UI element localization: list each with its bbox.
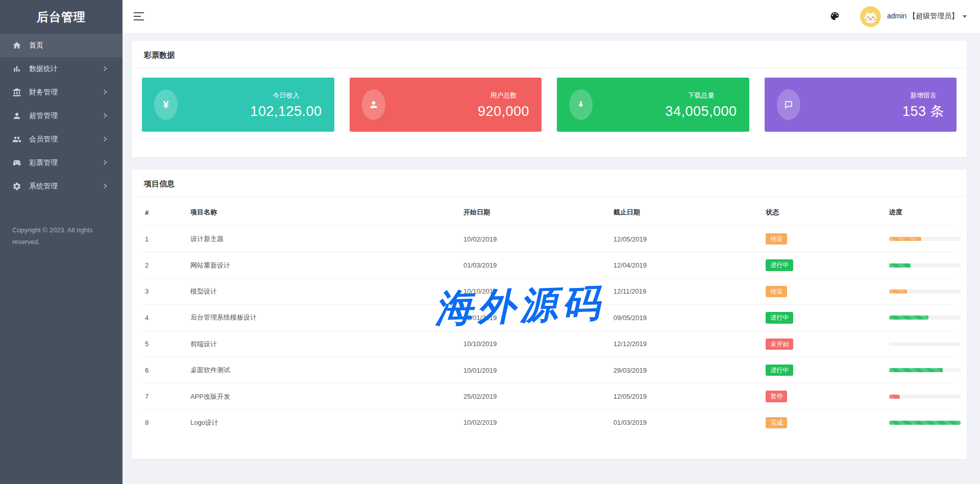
user-avatar[interactable] xyxy=(860,6,881,27)
stat-value: 153 条 xyxy=(902,105,944,118)
project-name: 前端设计 xyxy=(189,331,462,357)
user-icon xyxy=(12,111,21,120)
app-title: 后台管理 xyxy=(0,0,122,34)
status-badge: 未开始 xyxy=(766,338,793,350)
col-header-start: 开始日期 xyxy=(462,197,612,226)
end-date: 12/04/2019 xyxy=(612,252,765,278)
row-index: 5 xyxy=(144,331,189,357)
section-title-project-info: 项目信息 xyxy=(132,170,967,197)
table-row: 7 APP改版开发 25/02/2019 12/05/2019 暂停 xyxy=(144,383,954,409)
progress-bar xyxy=(889,342,961,346)
sidebar-item-statistics[interactable]: 数据统计 xyxy=(0,57,122,81)
menu-toggle-button[interactable] xyxy=(134,12,145,20)
sidebar-item-home[interactable]: 首页 xyxy=(0,34,122,57)
sidebar-item-lottery[interactable]: 彩票管理 xyxy=(0,151,122,175)
stat-label: 下载总量 xyxy=(665,91,737,100)
col-header-end: 截止日期 xyxy=(612,197,765,226)
project-name: 桌面软件测试 xyxy=(189,357,462,383)
project-info-panel: 项目信息 # 项目名称 开始日期 截止日期 状态 进度 xyxy=(132,170,967,459)
sidebar-item-label: 首页 xyxy=(29,41,43,50)
end-date: 12/05/2019 xyxy=(612,226,765,252)
project-name: 模型设计 xyxy=(189,278,462,304)
users-icon xyxy=(12,135,21,144)
table-row: 1 设计新主题 10/02/2019 12/05/2019 待定 xyxy=(144,226,954,252)
sidebar-item-label: 彩票管理 xyxy=(29,158,58,167)
table-row: 5 前端设计 10/10/2019 12/12/2019 未开始 xyxy=(144,331,954,357)
end-date: 01/03/2019 xyxy=(612,409,765,435)
table-row: 4 后台管理系统模板设计 25/01/2019 09/05/2019 进行中 xyxy=(144,305,954,331)
table-row: 2 网站重新设计 01/03/2019 12/04/2019 进行中 xyxy=(144,252,954,278)
chevron-right-icon xyxy=(102,136,107,141)
end-date: 09/05/2019 xyxy=(612,305,765,331)
progress-bar xyxy=(889,237,961,241)
row-index: 6 xyxy=(144,357,189,383)
stat-cards: ¥ 今日收入 102,125.00 用户总数 920,000 xyxy=(132,68,967,157)
sidebar-item-label: 财务管理 xyxy=(29,88,58,97)
copyright-text: Copyright © 2023. All rights reserved. xyxy=(0,225,102,248)
sidebar-item-system[interactable]: 系统管理 xyxy=(0,175,122,198)
table-header-row: # 项目名称 开始日期 截止日期 状态 进度 xyxy=(144,197,954,226)
stat-label: 今日收入 xyxy=(250,91,322,100)
end-date: 12/05/2019 xyxy=(612,383,765,409)
col-header-status: 状态 xyxy=(765,197,888,226)
project-name: 设计新主题 xyxy=(189,226,462,252)
stat-card-downloads: 下载总量 34,005,000 xyxy=(557,78,749,132)
col-header-progress: 进度 xyxy=(888,197,954,226)
status-badge: 待定 xyxy=(766,233,787,245)
bank-icon xyxy=(12,88,21,97)
sidebar: 后台管理 首页 数据统计 财务管理 超管管理 xyxy=(0,0,122,484)
yen-icon: ¥ xyxy=(154,89,178,120)
progress-bar xyxy=(889,421,961,425)
chevron-right-icon xyxy=(102,183,107,188)
chevron-right-icon xyxy=(102,113,107,118)
stat-label: 新增留言 xyxy=(902,91,944,100)
status-badge: 进行中 xyxy=(766,259,793,271)
progress-bar xyxy=(889,263,961,268)
start-date: 25/01/2019 xyxy=(462,305,612,331)
main-area: admin 【超级管理员】 彩票数据 ¥ 今日收入 102,125.00 xyxy=(122,0,980,484)
stat-card-users: 用户总数 920,000 xyxy=(350,78,542,132)
sidebar-item-superadmin[interactable]: 超管管理 xyxy=(0,104,122,128)
row-index: 3 xyxy=(144,278,189,304)
stat-label: 用户总数 xyxy=(478,91,529,100)
sidebar-item-label: 系统管理 xyxy=(29,182,58,191)
user-dropdown[interactable]: admin 【超级管理员】 xyxy=(887,12,967,21)
top-header: admin 【超级管理员】 xyxy=(122,0,980,33)
gamepad-icon xyxy=(12,158,21,167)
start-date: 10/02/2019 xyxy=(462,226,612,252)
project-name: Logo设计 xyxy=(189,409,462,435)
row-index: 8 xyxy=(144,409,189,435)
progress-bar xyxy=(889,395,961,399)
start-date: 25/02/2019 xyxy=(462,383,612,409)
status-badge: 完成 xyxy=(766,417,787,428)
col-header-name: 项目名称 xyxy=(189,197,462,226)
start-date: 10/01/2019 xyxy=(462,357,612,383)
table-row: 6 桌面软件测试 10/01/2019 29/03/2019 进行中 xyxy=(144,357,954,383)
table-row: 8 Logo设计 10/02/2019 01/03/2019 完成 xyxy=(144,409,954,435)
status-badge: 进行中 xyxy=(766,312,793,323)
theme-palette-icon[interactable] xyxy=(829,11,841,22)
user-icon xyxy=(362,89,385,120)
stat-value: 920,000 xyxy=(478,105,529,118)
progress-bar xyxy=(889,289,961,294)
projects-table: # 项目名称 开始日期 截止日期 状态 进度 1 设计新主题 10/02/201 xyxy=(144,197,954,435)
row-index: 4 xyxy=(144,305,189,331)
row-index: 2 xyxy=(144,252,189,278)
content-area: 彩票数据 ¥ 今日收入 102,125.00 用户总数 920,000 xyxy=(122,33,980,484)
end-date: 29/03/2019 xyxy=(612,357,765,383)
sidebar-nav: 首页 数据统计 财务管理 超管管理 会员管理 xyxy=(0,34,122,198)
row-index: 1 xyxy=(144,226,189,252)
status-badge: 待定 xyxy=(766,286,787,297)
project-name: APP改版开发 xyxy=(189,383,462,409)
stat-card-messages: 新增留言 153 条 xyxy=(765,78,957,132)
stat-value: 102,125.00 xyxy=(250,105,322,118)
section-title-lottery-data: 彩票数据 xyxy=(132,41,967,68)
comment-icon xyxy=(777,89,800,120)
lottery-data-panel: 彩票数据 ¥ 今日收入 102,125.00 用户总数 920,000 xyxy=(132,41,967,157)
status-badge: 进行中 xyxy=(766,365,793,376)
caret-down-icon xyxy=(963,15,967,18)
table-row: 3 模型设计 10/10/2019 12/11/2019 待定 xyxy=(144,278,954,304)
sidebar-item-members[interactable]: 会员管理 xyxy=(0,128,122,151)
col-header-index: # xyxy=(144,197,189,226)
sidebar-item-finance[interactable]: 财务管理 xyxy=(0,81,122,104)
